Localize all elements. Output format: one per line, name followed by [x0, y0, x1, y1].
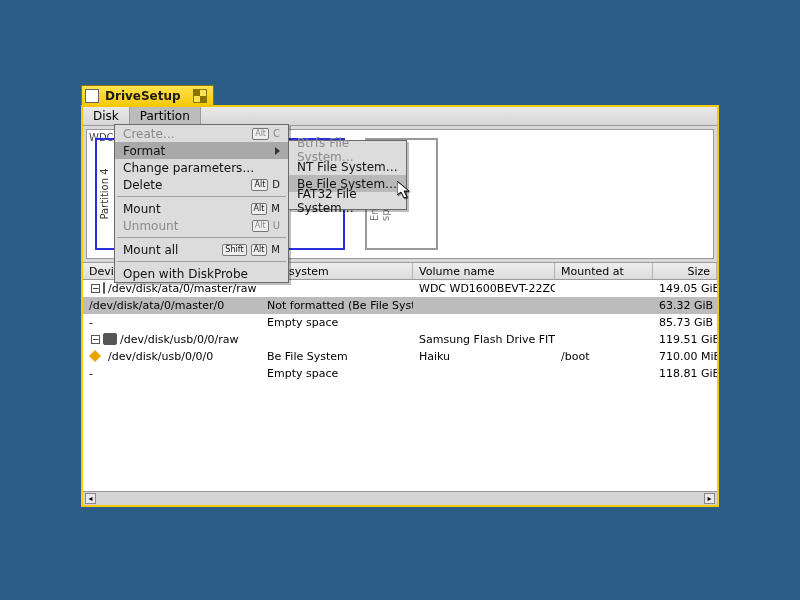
- menu-disk[interactable]: Disk: [83, 107, 129, 125]
- partition-dropdown: Create… AltC Format Change parameters… D…: [114, 124, 289, 283]
- menuitem-format[interactable]: Format: [115, 142, 288, 159]
- menu-separator: [117, 237, 286, 238]
- table-row[interactable]: - Empty space 85.73 GiB: [83, 314, 717, 331]
- menuitem-change-parameters[interactable]: Change parameters…: [115, 159, 288, 176]
- window-zoom-button[interactable]: [193, 89, 207, 103]
- horizontal-scrollbar[interactable]: ◂ ▸: [83, 491, 717, 505]
- usb-disk-icon: [103, 333, 117, 345]
- menu-separator: [117, 196, 286, 197]
- menu-separator: [117, 261, 286, 262]
- table-row[interactable]: −/dev/disk/usb/0/0/raw Samsung Flash Dri…: [83, 331, 717, 348]
- menuitem-create[interactable]: Create… AltC: [115, 125, 288, 142]
- table-body: −/dev/disk/ata/0/master/raw WDC WD1600BE…: [83, 280, 717, 491]
- menuitem-delete[interactable]: Delete AltD: [115, 176, 288, 193]
- menu-partition[interactable]: Partition: [129, 107, 201, 125]
- menuitem-unmount[interactable]: Unmount AltU: [115, 217, 288, 234]
- menuitem-format-nt[interactable]: NT File System…: [289, 158, 406, 175]
- menuitem-mount-all[interactable]: Mount all ShiftAltM: [115, 241, 288, 258]
- menuitem-open-diskprobe[interactable]: Open with DiskProbe: [115, 265, 288, 282]
- menuitem-format-fat32[interactable]: FAT32 File System…: [289, 192, 406, 209]
- app-icon: [85, 89, 99, 103]
- collapse-icon[interactable]: −: [91, 284, 100, 293]
- harddisk-icon: [103, 282, 105, 294]
- col-size[interactable]: Size: [653, 263, 717, 279]
- haiku-leaf-icon: [89, 350, 101, 362]
- col-volume[interactable]: Volume name: [413, 263, 555, 279]
- col-mounted[interactable]: Mounted at: [555, 263, 653, 279]
- table-row[interactable]: - Empty space 118.81 GiB: [83, 365, 717, 382]
- collapse-icon[interactable]: −: [91, 335, 100, 344]
- submenu-arrow-icon: [275, 147, 280, 155]
- menuitem-mount[interactable]: Mount AltM: [115, 200, 288, 217]
- scroll-left-icon[interactable]: ◂: [85, 493, 96, 504]
- format-submenu: Btrfs File System… NT File System… Be Fi…: [288, 140, 407, 210]
- table-row[interactable]: /dev/disk/usb/0/0/0 Be File System Haiku…: [83, 348, 717, 365]
- partition-block-label: Partition 4: [99, 168, 110, 219]
- scroll-right-icon[interactable]: ▸: [704, 493, 715, 504]
- window-title: DriveSetup: [105, 89, 187, 103]
- window-titlebar[interactable]: DriveSetup: [81, 85, 214, 106]
- menuitem-format-btrfs[interactable]: Btrfs File System…: [289, 141, 406, 158]
- table-row[interactable]: /dev/disk/ata/0/master/0 Not formatted (…: [83, 297, 717, 314]
